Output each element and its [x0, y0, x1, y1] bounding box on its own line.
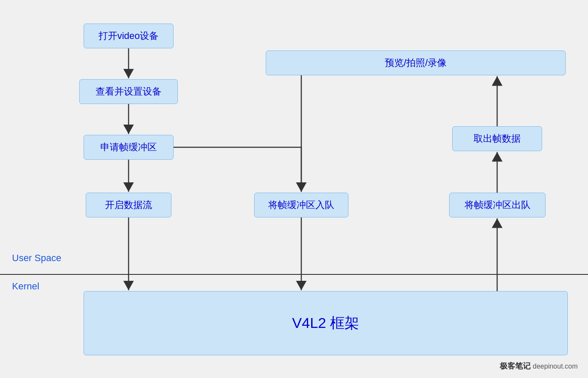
user-space-label: User Space — [12, 253, 61, 264]
start-stream-box: 开启数据流 — [86, 193, 171, 217]
enqueue-frame-box: 将帧缓冲区入队 — [254, 193, 348, 217]
apply-frame-buffer-box: 申请帧缓冲区 — [84, 135, 174, 160]
get-frame-data-box: 取出帧数据 — [452, 126, 542, 151]
v4l2-box: V4L2 框架 — [84, 291, 568, 355]
view-set-device-box: 查看并设置设备 — [79, 79, 178, 104]
dequeue-frame-box: 将帧缓冲区出队 — [449, 193, 546, 217]
preview-box: 预览/拍照/录像 — [266, 51, 566, 75]
open-device-box: 打开video设备 — [84, 24, 174, 48]
kernel-label: Kernel — [12, 281, 39, 292]
watermark-en: deepinout.com — [533, 363, 578, 370]
divider-line — [0, 274, 588, 275]
diagram-container: User Space Kernel 打开video设备 查看并设置设备 申请帧缓… — [0, 0, 588, 378]
watermark: 极客笔记 deepinout.com — [500, 361, 578, 371]
watermark-cn: 极客笔记 — [500, 362, 531, 370]
